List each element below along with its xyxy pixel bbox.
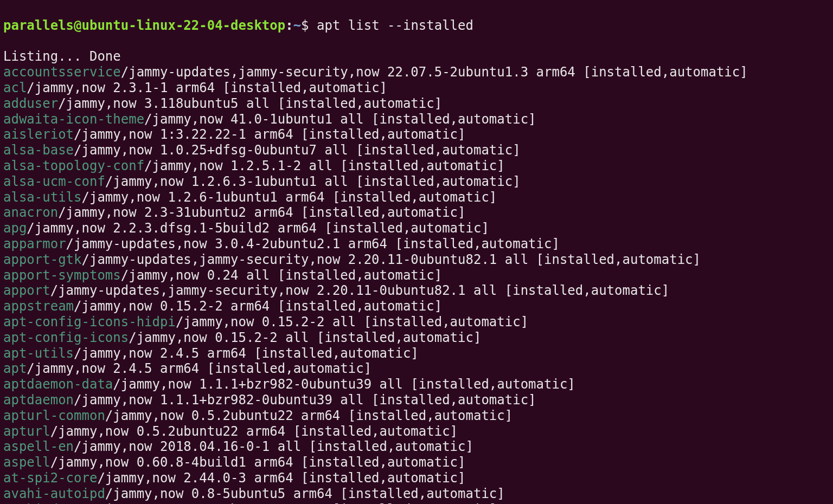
package-line: apt-utils/jammy,now 2.4.5 arm64 [install… <box>3 346 830 361</box>
package-name: aisleriot <box>3 127 74 142</box>
package-line: avahi-daemon/jammy,now 0.8-5ubuntu5 arm6… <box>3 502 830 505</box>
package-line: apturl-common/jammy,now 0.5.2ubuntu22 ar… <box>3 408 830 424</box>
package-details: /jammy,now 41.0-1ubuntu1 all [installed,… <box>144 112 536 127</box>
package-details: /jammy,now 1.1.1+bzr982-0ubuntu39 all [i… <box>74 392 536 408</box>
package-details: /jammy,now 0.15.2-2 all [installed,autom… <box>129 330 481 345</box>
package-details: /jammy-updates,jammy-security,now 2.20.1… <box>50 283 670 298</box>
package-details: /jammy,now 0.5.2ubuntu22 arm64 [installe… <box>50 424 458 439</box>
package-details: /jammy,now 1.2.5.1-2 all [installed,auto… <box>144 158 505 173</box>
package-name: apturl-common <box>3 408 105 423</box>
command-text: apt list --installed <box>317 18 473 33</box>
package-name: avahi-autoipd <box>3 486 105 501</box>
package-name: acl <box>3 80 27 95</box>
package-details: /jammy,now 0.24 all [installed,automatic… <box>121 268 442 283</box>
package-line: aisleriot/jammy,now 1:3.22.22-1 arm64 [i… <box>3 127 830 143</box>
package-line: aspell/jammy,now 0.60.8-4build1 arm64 [i… <box>3 455 830 470</box>
prompt-user-host: parallels@ubuntu-linux-22-04-desktop <box>3 18 285 33</box>
package-name: aspell-en <box>3 439 74 454</box>
package-line: alsa-utils/jammy,now 1.2.6-1ubuntu1 arm6… <box>3 190 830 205</box>
package-details: /jammy,now 0.60.8-4build1 arm64 [install… <box>50 455 466 470</box>
package-name: alsa-base <box>3 143 74 158</box>
package-line: aspell-en/jammy,now 2018.04.16-0-1 all [… <box>3 439 830 455</box>
package-line: adduser/jammy,now 3.118ubuntu5 all [inst… <box>3 96 830 112</box>
package-line: apt-config-icons/jammy,now 0.15.2-2 all … <box>3 330 830 346</box>
package-details: /jammy,now 1.0.25+dfsg-0ubuntu7 all [ins… <box>74 143 521 158</box>
package-name: avahi-daemon <box>3 502 97 505</box>
package-details: /jammy,now 2.3-31ubuntu2 arm64 [installe… <box>58 205 465 220</box>
prompt-separator: : <box>285 18 293 33</box>
package-details: /jammy,now 2.4.5 arm64 [installed,automa… <box>27 361 371 376</box>
package-name: apport-gtk <box>3 252 82 267</box>
package-name: apt <box>3 361 27 376</box>
package-details: /jammy,now 0.15.2-2 all [installed,autom… <box>176 314 528 329</box>
package-name: anacron <box>3 205 58 220</box>
package-name: appstream <box>3 299 74 314</box>
prompt-dollar: $ <box>301 18 317 33</box>
package-name: apt-utils <box>3 346 74 361</box>
package-details: /jammy-updates,jammy-security,now 22.07.… <box>121 64 748 80</box>
package-name: aspell <box>3 455 50 470</box>
package-name: adduser <box>3 96 58 111</box>
package-name: apparmor <box>3 236 66 251</box>
package-line: apport-gtk/jammy-updates,jammy-security,… <box>3 252 830 268</box>
package-line: apport-symptoms/jammy,now 0.24 all [inst… <box>3 268 830 283</box>
package-name: apport <box>3 283 50 298</box>
listing-status-line: Listing... Done <box>3 49 830 64</box>
package-line: aptdaemon-data/jammy,now 1.1.1+bzr982-0u… <box>3 377 830 392</box>
package-details: /jammy,now 2.3.1-1 arm64 [installed,auto… <box>27 80 387 95</box>
package-details: /jammy,now 1.1.1+bzr982-0ubuntu39 all [i… <box>113 377 575 392</box>
package-details: /jammy-updates,now 3.0.4-2ubuntu2.1 arm6… <box>66 236 560 251</box>
package-list: accountsservice/jammy-updates,jammy-secu… <box>3 64 830 504</box>
package-line: at-spi2-core/jammy,now 2.44.0-3 arm64 [i… <box>3 470 830 486</box>
package-line: apt/jammy,now 2.4.5 arm64 [installed,aut… <box>3 361 830 377</box>
package-name: adwaita-icon-theme <box>3 112 144 127</box>
package-name: apt-config-icons-hidpi <box>3 314 176 329</box>
package-name: aptdaemon <box>3 392 74 408</box>
terminal-output[interactable]: parallels@ubuntu-linux-22-04-desktop:~$ … <box>0 0 833 504</box>
package-details: /jammy,now 2018.04.16-0-1 all [installed… <box>74 439 473 454</box>
package-details: /jammy,now 3.118ubuntu5 all [installed,a… <box>58 96 442 111</box>
package-line: adwaita-icon-theme/jammy,now 41.0-1ubunt… <box>3 112 830 127</box>
package-line: acl/jammy,now 2.3.1-1 arm64 [installed,a… <box>3 80 830 96</box>
package-details: /jammy,now 0.5.2ubuntu22 arm64 [installe… <box>105 408 512 423</box>
package-line: apturl/jammy,now 0.5.2ubuntu22 arm64 [in… <box>3 424 830 440</box>
package-line: avahi-autoipd/jammy,now 0.8-5ubuntu5 arm… <box>3 486 830 502</box>
package-name: aptdaemon-data <box>3 377 113 392</box>
package-details: /jammy,now 0.15.2-2 arm64 [installed,aut… <box>74 299 442 314</box>
package-name: alsa-topology-conf <box>3 158 144 173</box>
package-line: alsa-ucm-conf/jammy,now 1.2.6.3-1ubuntu1… <box>3 174 830 190</box>
package-name: at-spi2-core <box>3 470 97 486</box>
prompt-line: parallels@ubuntu-linux-22-04-desktop:~$ … <box>3 18 830 34</box>
package-details: /jammy-updates,jammy-security,now 2.20.1… <box>82 252 701 267</box>
package-name: apg <box>3 221 27 236</box>
package-name: apt-config-icons <box>3 330 129 345</box>
package-details: /jammy,now 2.2.3.dfsg.1-5build2 arm64 [i… <box>27 221 489 236</box>
package-line: aptdaemon/jammy,now 1.1.1+bzr982-0ubuntu… <box>3 392 830 408</box>
package-details: /jammy,now 2.4.5 arm64 [installed,automa… <box>74 346 419 361</box>
package-details: /jammy,now 1:3.22.22-1 arm64 [installed,… <box>74 127 465 142</box>
package-details: /jammy,now 2.44.0-3 arm64 [installed,aut… <box>97 470 465 486</box>
package-name: apturl <box>3 424 50 439</box>
package-line: alsa-topology-conf/jammy,now 1.2.5.1-2 a… <box>3 158 830 174</box>
package-line: alsa-base/jammy,now 1.0.25+dfsg-0ubuntu7… <box>3 143 830 158</box>
package-details: /jammy,now 1.2.6.3-1ubuntu1 all [install… <box>105 174 521 189</box>
package-name: accountsservice <box>3 64 121 80</box>
package-line: apg/jammy,now 2.2.3.dfsg.1-5build2 arm64… <box>3 221 830 236</box>
prompt-path: ~ <box>293 18 301 33</box>
package-line: appstream/jammy,now 0.15.2-2 arm64 [inst… <box>3 299 830 314</box>
package-details: /jammy,now 0.8-5ubuntu5 arm64 [installed… <box>97 502 497 505</box>
package-line: anacron/jammy,now 2.3-31ubuntu2 arm64 [i… <box>3 205 830 221</box>
package-details: /jammy,now 0.8-5ubuntu5 arm64 [installed… <box>105 486 505 501</box>
package-name: alsa-ucm-conf <box>3 174 105 189</box>
package-line: apt-config-icons-hidpi/jammy,now 0.15.2-… <box>3 314 830 330</box>
package-line: apport/jammy-updates,jammy-security,now … <box>3 283 830 299</box>
package-line: apparmor/jammy-updates,now 3.0.4-2ubuntu… <box>3 236 830 252</box>
package-line: accountsservice/jammy-updates,jammy-secu… <box>3 64 830 80</box>
package-name: apport-symptoms <box>3 268 121 283</box>
package-details: /jammy,now 1.2.6-1ubuntu1 arm64 [install… <box>82 190 497 205</box>
package-name: alsa-utils <box>3 190 82 205</box>
